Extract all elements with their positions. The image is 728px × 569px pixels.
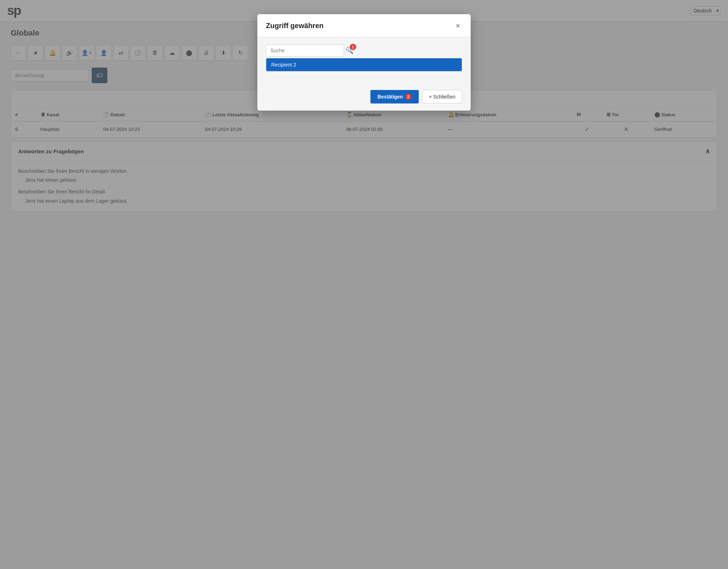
close-label: × Schließen (429, 94, 455, 100)
search-result-item[interactable]: Recipient 2 (266, 58, 462, 71)
modal-body: 🔍 1 Recipient 2 (257, 37, 471, 86)
modal-overlay: Zugriff gewähren × 🔍 1 Recipient 2 Bestä… (0, 0, 728, 569)
search-results-dropdown: Recipient 2 (266, 58, 462, 71)
modal-search-wrapper: 🔍 1 (266, 44, 462, 57)
close-button[interactable]: × Schließen (422, 90, 462, 103)
confirm-badge: 2 (405, 94, 412, 100)
modal-dialog: Zugriff gewähren × 🔍 1 Recipient 2 Bestä… (257, 14, 471, 111)
confirm-button[interactable]: Bestätigen 2 (370, 90, 419, 103)
modal-close-x-button[interactable]: × (454, 21, 462, 30)
modal-search-button[interactable]: 🔍 1 (346, 47, 353, 54)
modal-title: Zugriff gewähren (266, 22, 323, 30)
modal-footer: Bestätigen 2 × Schließen (257, 86, 471, 111)
modal-header: Zugriff gewähren × (257, 14, 471, 37)
search-badge: 1 (350, 44, 356, 50)
modal-search-input[interactable] (266, 44, 344, 57)
confirm-label: Bestätigen (378, 94, 403, 100)
